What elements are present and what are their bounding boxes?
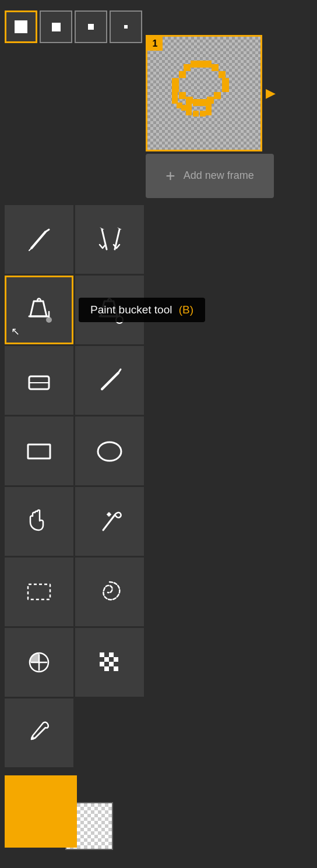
- stroke-icon: [94, 224, 125, 255]
- lasso-icon: [94, 576, 125, 608]
- dither-icon: [94, 647, 125, 678]
- svg-rect-51: [100, 652, 104, 657]
- svg-point-41: [98, 442, 121, 461]
- svg-rect-58: [114, 666, 118, 671]
- pencil-icon: [23, 224, 55, 255]
- frame-next-arrow[interactable]: ▶: [266, 35, 276, 151]
- svg-line-42: [103, 515, 115, 530]
- svg-line-38: [102, 373, 118, 389]
- color-picker-tool-button[interactable]: [5, 698, 73, 767]
- svg-rect-12: [186, 97, 193, 104]
- line-icon: [94, 365, 125, 396]
- svg-rect-5: [219, 71, 226, 78]
- svg-line-39: [118, 369, 121, 373]
- svg-rect-52: [109, 652, 114, 657]
- pixel-art-preview: [166, 58, 242, 128]
- size-box-3[interactable]: [75, 10, 107, 43]
- svg-rect-7: [222, 85, 229, 92]
- svg-rect-21: [206, 110, 212, 115]
- svg-rect-22: [200, 111, 206, 117]
- outline-icon: [23, 647, 55, 678]
- outline-tool-button[interactable]: [5, 628, 73, 697]
- svg-rect-20: [206, 104, 212, 110]
- size-dot-1: [15, 20, 27, 33]
- svg-rect-54: [114, 657, 118, 662]
- rectangle-tool-button[interactable]: [5, 417, 73, 485]
- eyedropper-icon: [94, 506, 125, 537]
- size-dot-3: [88, 24, 94, 30]
- frame-number: 1: [147, 37, 163, 51]
- svg-rect-9: [172, 85, 179, 92]
- color-picker-icon: [23, 717, 55, 749]
- svg-point-34: [46, 317, 52, 323]
- size-box-1[interactable]: [5, 10, 37, 43]
- ellipse-icon: [94, 435, 125, 467]
- svg-line-28: [45, 230, 49, 232]
- add-frame-label: Add new frame: [184, 169, 254, 182]
- rect-select-icon: [23, 576, 55, 608]
- size-box-2[interactable]: [40, 10, 72, 43]
- svg-rect-47: [28, 584, 50, 599]
- svg-rect-0: [184, 64, 191, 71]
- svg-line-27: [31, 232, 45, 248]
- svg-rect-15: [207, 97, 214, 104]
- hand-icon: [23, 506, 55, 537]
- svg-rect-53: [104, 657, 109, 662]
- size-dot-4: [124, 25, 128, 29]
- svg-rect-3: [205, 61, 212, 68]
- svg-rect-1: [191, 61, 198, 68]
- line-tool-button[interactable]: [75, 346, 144, 415]
- svg-rect-11: [179, 92, 186, 99]
- tooltip-text: Paint bucket tool: [90, 304, 172, 316]
- size-box-4[interactable]: [110, 10, 142, 43]
- svg-rect-55: [100, 662, 104, 666]
- svg-rect-26: [181, 105, 187, 111]
- svg-rect-13: [193, 99, 200, 106]
- eraser-icon: [23, 365, 55, 396]
- dither-tool-button[interactable]: [75, 628, 144, 697]
- rectangle-icon: [23, 435, 55, 467]
- paint-bucket-tool-button[interactable]: ↖ Paint bucket tool (B): [5, 276, 73, 344]
- svg-rect-56: [109, 662, 114, 666]
- svg-marker-33: [117, 227, 122, 230]
- svg-line-29: [29, 248, 31, 250]
- size-dot-2: [52, 23, 61, 31]
- svg-rect-8: [172, 78, 179, 85]
- svg-rect-23: [172, 92, 178, 98]
- svg-rect-2: [198, 61, 205, 68]
- cursor-hint: ↖: [11, 325, 20, 338]
- eraser-tool-button[interactable]: [5, 346, 73, 415]
- lasso-tool-button[interactable]: [75, 558, 144, 626]
- stroke-tool-button[interactable]: [75, 205, 144, 274]
- paint-bucket-tooltip: Paint bucket tool (B): [79, 298, 205, 322]
- frame-1[interactable]: 1: [146, 35, 262, 151]
- paint-bucket-icon: [23, 294, 55, 326]
- primary-color-swatch[interactable]: [5, 775, 77, 848]
- svg-rect-4: [212, 64, 219, 71]
- svg-point-59: [31, 736, 34, 740]
- svg-rect-10: [179, 71, 186, 78]
- pencil-tool-button[interactable]: [5, 205, 73, 274]
- svg-marker-31: [100, 227, 104, 230]
- svg-rect-6: [222, 78, 229, 85]
- svg-line-60: [35, 728, 45, 738]
- svg-rect-57: [104, 666, 109, 671]
- ellipse-tool-button[interactable]: [75, 417, 144, 485]
- svg-rect-40: [28, 444, 50, 458]
- rect-select-tool-button[interactable]: [5, 558, 73, 626]
- tooltip-shortcut: (B): [179, 304, 193, 316]
- hand-tool-button[interactable]: [5, 487, 73, 556]
- add-frame-button[interactable]: + Add new frame: [146, 154, 274, 198]
- svg-rect-16: [214, 92, 221, 99]
- add-frame-plus-icon: +: [165, 167, 175, 185]
- svg-rect-19: [193, 111, 199, 117]
- eyedropper-tool-button[interactable]: [75, 487, 144, 556]
